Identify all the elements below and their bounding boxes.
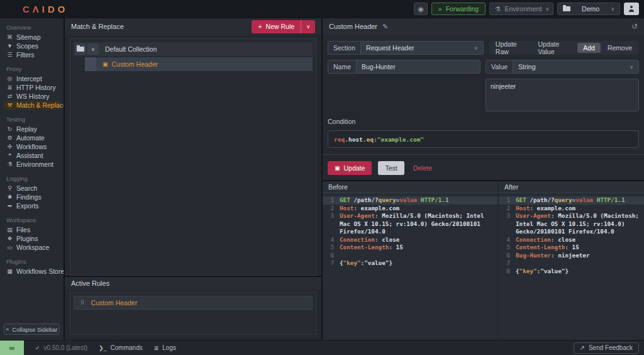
value-text-input[interactable]: ninjeeter bbox=[486, 79, 639, 111]
sidebar-item-plugins[interactable]: ❖Plugins bbox=[4, 234, 60, 243]
project-dropdown[interactable]: Demo ∨ bbox=[557, 3, 620, 15]
sidebar-item-automate[interactable]: ⚙Automate bbox=[4, 133, 60, 142]
commands-button[interactable]: ❯_ Commands bbox=[99, 344, 143, 351]
sidebar-item-label: Automate bbox=[16, 134, 45, 142]
code-line: 8{"key":"value"} bbox=[499, 268, 644, 276]
sidebar-item-label: Workflows Store bbox=[16, 268, 64, 275]
sidebar-item-scopes[interactable]: ▼Scopes bbox=[4, 42, 60, 50]
op-update-value[interactable]: Update Value bbox=[532, 39, 576, 57]
match-replace-icon: ⚒ bbox=[6, 101, 13, 109]
sidebar-item-exports[interactable]: ➥Exports bbox=[4, 201, 60, 210]
forwarding-icon: » bbox=[438, 5, 442, 13]
chevron-down-icon[interactable]: ∨ bbox=[301, 20, 315, 33]
sidebar-item-ws-history[interactable]: ⇄WS History bbox=[4, 92, 60, 101]
sidebar: Overview⌘Sitemap▼Scopes☰FiltersProxy◎Int… bbox=[0, 18, 64, 340]
sidebar-section-title: Workspace bbox=[4, 215, 60, 225]
collapse-sidebar-button[interactable]: « Collapse Sidebar bbox=[4, 324, 60, 335]
sidebar-item-workflows[interactable]: ✣Workflows bbox=[4, 142, 60, 151]
active-rule-name: Custom Header bbox=[91, 299, 138, 307]
rule-drag-handle[interactable] bbox=[85, 57, 96, 71]
line-number: 4 bbox=[502, 236, 510, 244]
sidebar-item-match-replace[interactable]: ⚒Match & Replace bbox=[4, 101, 60, 110]
chevron-down-icon: ∨ bbox=[611, 6, 614, 12]
certificate-button[interactable]: ◉ bbox=[414, 3, 428, 15]
rule-editor-header: Custom Header ✎ ↺ bbox=[323, 18, 644, 35]
send-feedback-button[interactable]: ↗ Send Feedback bbox=[574, 342, 639, 354]
active-rule-row[interactable]: ⠿Custom Header bbox=[74, 296, 313, 310]
reset-icon[interactable]: ↺ bbox=[631, 22, 638, 31]
before-code[interactable]: 1GET /path/?query=value HTTP/1.12Host: e… bbox=[323, 193, 497, 340]
drag-handle-icon[interactable]: ⠿ bbox=[80, 300, 85, 306]
sidebar-item-findings[interactable]: ✺Findings bbox=[4, 193, 60, 201]
section-select[interactable]: Section Request Header ∨ bbox=[328, 41, 484, 55]
environment-icon: ⚗ bbox=[6, 161, 13, 168]
workspace-icon: ▭ bbox=[6, 244, 13, 251]
edit-name-icon[interactable]: ✎ bbox=[382, 23, 388, 31]
rule-row-custom-header[interactable]: ▣ Custom Header bbox=[85, 57, 313, 71]
intercept-icon: ◎ bbox=[6, 75, 13, 82]
sidebar-item-label: Intercept bbox=[16, 75, 42, 82]
collection-row[interactable]: ∨ Default Collection bbox=[74, 42, 313, 56]
sidebar-section-title: Testing bbox=[4, 114, 60, 125]
line-number: 7 bbox=[326, 259, 334, 268]
environment-dropdown[interactable]: ⚗ Environment ∨ bbox=[489, 3, 553, 15]
workflows-store-icon: ▦ bbox=[6, 268, 13, 275]
test-label: Test bbox=[385, 164, 397, 172]
sidebar-section-title: Plugins bbox=[4, 256, 60, 267]
sidebar-item-assistant[interactable]: ❝Assistant bbox=[4, 151, 60, 160]
op-add[interactable]: Add bbox=[577, 43, 601, 53]
user-menu-button[interactable] bbox=[624, 3, 639, 15]
sidebar-section-testing: Testing↻Replay⚙Automate✣Workflows❝Assist… bbox=[4, 114, 60, 169]
sidebar-item-filters[interactable]: ☰Filters bbox=[4, 50, 60, 59]
condition-label: Condition bbox=[328, 118, 639, 125]
sidebar-item-environment[interactable]: ⚗Environment bbox=[4, 160, 60, 169]
after-code[interactable]: 1GET /path/?query=value HTTP/1.12Host: e… bbox=[499, 193, 644, 340]
condition-input[interactable]: req.host.eq:"example.com" bbox=[328, 130, 639, 148]
connection-button[interactable]: ∞ bbox=[0, 341, 24, 355]
sidebar-item-label: Environment bbox=[16, 161, 53, 168]
code-line: 4Connection: close bbox=[323, 236, 497, 244]
sidebar-item-workspace[interactable]: ▭Workspace bbox=[4, 243, 60, 252]
sidebar-item-label: Sitemap bbox=[16, 33, 41, 41]
sidebar-item-files[interactable]: ▤Files bbox=[4, 225, 60, 234]
code-line: 2Host: example.com bbox=[499, 205, 644, 213]
update-button[interactable]: ▣ Update bbox=[328, 161, 372, 175]
section-label: Section bbox=[328, 42, 361, 54]
version-label: v0.50.0 (Latest) bbox=[44, 344, 87, 351]
code-text: Content-Length: 15 bbox=[340, 244, 403, 252]
code-line: 3User-Agent: Mozilla/5.0 (Macintosh; Int… bbox=[499, 212, 644, 236]
logs-button[interactable]: ≣ Logs bbox=[154, 344, 176, 351]
status-bar: ∞ ✔ v0.50.0 (Latest) ❯_ Commands ≣ Logs … bbox=[0, 340, 644, 355]
op-update-raw[interactable]: Update Raw bbox=[490, 39, 531, 57]
collection-expand-button[interactable]: ∨ bbox=[87, 43, 99, 55]
delete-button[interactable]: Delete bbox=[411, 161, 435, 175]
collection-folder-button[interactable] bbox=[75, 43, 86, 55]
code-text: Host: example.com bbox=[516, 205, 575, 213]
active-rules-title: Active Rules bbox=[71, 279, 109, 287]
line-number: 6 bbox=[326, 252, 334, 260]
code-text: Connection: close bbox=[340, 236, 399, 244]
sidebar-item-http-history[interactable]: ≣HTTP History bbox=[4, 83, 60, 92]
operation-segmented-control: Update RawUpdate ValueAddRemove bbox=[489, 41, 639, 55]
sidebar-item-sitemap[interactable]: ⌘Sitemap bbox=[4, 33, 60, 42]
line-number: 1 bbox=[326, 196, 334, 205]
sidebar-item-label: Files bbox=[16, 226, 30, 234]
op-remove[interactable]: Remove bbox=[602, 43, 638, 53]
sidebar-section-title: Proxy bbox=[4, 64, 60, 74]
new-rule-button[interactable]: + New Rule ∨ bbox=[252, 20, 315, 33]
code-text: Host: example.com bbox=[340, 205, 399, 213]
code-line: 3User-Agent: Mozilla/5.0 (Macintosh; Int… bbox=[323, 212, 497, 236]
sidebar-item-intercept[interactable]: ◎Intercept bbox=[4, 74, 60, 83]
test-button[interactable]: Test bbox=[378, 161, 404, 175]
forwarding-button[interactable]: » Forwarding bbox=[431, 3, 486, 15]
code-line: 6Bug-Hunter: ninjeeter bbox=[499, 252, 644, 260]
sidebar-item-search[interactable]: ⚲Search bbox=[4, 184, 60, 193]
scopes-icon: ▼ bbox=[6, 42, 13, 50]
name-field[interactable]: Name Bug-Hunter bbox=[328, 60, 480, 74]
document-icon: ≣ bbox=[154, 345, 159, 351]
sidebar-item-replay[interactable]: ↻Replay bbox=[4, 125, 60, 133]
replay-icon: ↻ bbox=[6, 125, 13, 133]
value-type-select[interactable]: Value String ∨ bbox=[486, 60, 639, 74]
sidebar-item-workflows-store[interactable]: ▦Workflows Store bbox=[4, 267, 60, 276]
folder-icon bbox=[563, 6, 570, 11]
